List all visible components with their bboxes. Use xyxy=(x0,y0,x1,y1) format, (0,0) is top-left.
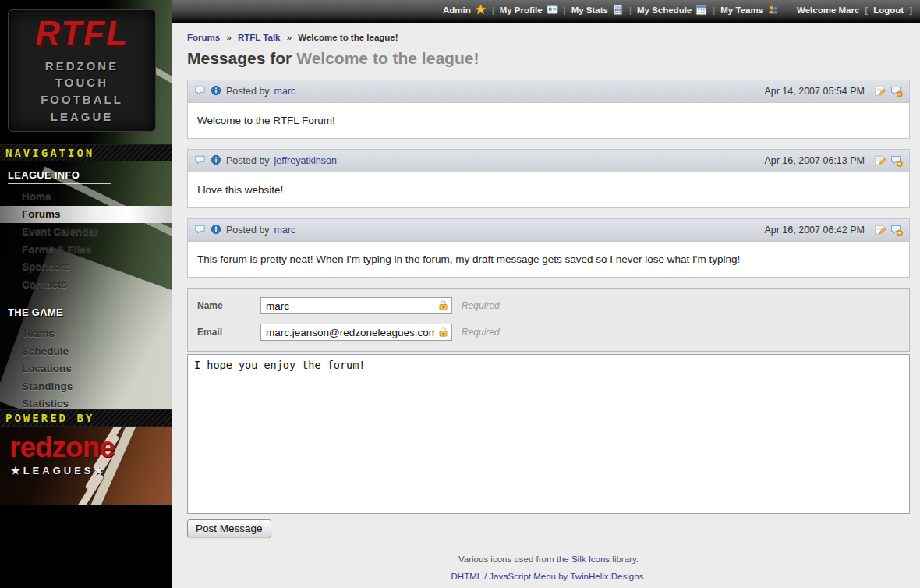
twinhelix-designs-link[interactable]: TwinHelix Designs. xyxy=(570,572,646,581)
sidebar-item-event-calendar[interactable]: Event Calendar xyxy=(0,223,172,241)
sidebar-item-locations[interactable]: Locations xyxy=(0,360,172,378)
lock-icon xyxy=(437,326,449,341)
powered-by-header: POWERED BY xyxy=(0,409,172,427)
topbar-my-teams-link[interactable]: My Teams xyxy=(720,4,779,16)
redzone-logo-subtitle: ★LEAGUES★ xyxy=(11,465,106,476)
edit-post-icon[interactable] xyxy=(875,85,886,97)
posted-by-label: Posted by xyxy=(226,155,270,166)
text-caret xyxy=(366,360,366,371)
footer-credit-by: by xyxy=(558,572,568,581)
logout-bracket: [ xyxy=(865,5,868,15)
post-header: Posted by jeffreyatkinson Apr 16, 2007 0… xyxy=(188,150,909,172)
breadcrumb-separator: » xyxy=(287,33,292,42)
star-icon xyxy=(475,4,487,16)
topbar-my-profile-label: My Profile xyxy=(500,5,543,15)
required-hint: Required xyxy=(462,300,500,311)
email-field[interactable] xyxy=(260,324,452,341)
navigation-header: NAVIGATION xyxy=(0,144,172,161)
message-textarea[interactable]: I hope you enjoy the forum! xyxy=(187,354,910,514)
page-title-prefix: Messages for xyxy=(187,49,292,67)
delete-comment-icon[interactable] xyxy=(890,85,903,97)
sidebar-item-standings[interactable]: Standings xyxy=(0,378,172,396)
nav-section-the-game: THE GAME xyxy=(8,306,111,321)
rtfl-logo[interactable]: RTFL REDZONE TOUCH FOOTBALL LEAGUE xyxy=(8,9,156,132)
sidebar-item-sponsors[interactable]: Sponsors xyxy=(0,258,172,276)
sidebar-item-contacts[interactable]: Contacts xyxy=(0,276,172,294)
rtfl-logo-line: FOOTBALL xyxy=(41,91,123,108)
info-icon[interactable] xyxy=(211,224,221,237)
name-row: Name Required xyxy=(197,297,900,314)
sidebar-item-forms-files[interactable]: Forms & Files xyxy=(0,241,172,259)
rtfl-logo-title: RTFL xyxy=(35,16,129,51)
posted-by-label: Posted by xyxy=(226,225,270,236)
nav-section-league-info: LEAGUE INFO xyxy=(8,169,111,184)
page-title-topic: Welcome to the league! xyxy=(296,49,479,67)
silk-icons-link[interactable]: Silk Icons xyxy=(571,554,610,564)
name-field[interactable] xyxy=(260,297,452,314)
footer-menu-credit: DHTML / JavaScript Menu by TwinHelix Des… xyxy=(187,572,910,581)
sidebar-nav: LEAGUE INFO Home Forums Event Calendar F… xyxy=(0,161,172,409)
javascript-menu-link[interactable]: JavaScript Menu xyxy=(489,572,556,581)
topbar-my-schedule-link[interactable]: My Schedule xyxy=(637,4,707,16)
group-icon xyxy=(767,4,779,16)
topbar-my-schedule-label: My Schedule xyxy=(637,5,692,15)
topbar-my-stats-label: My Stats xyxy=(571,5,608,15)
required-hint: Required xyxy=(462,327,500,338)
topbar-admin-label: Admin xyxy=(443,5,471,15)
sidebar-item-statistics[interactable]: Statistics xyxy=(0,395,172,409)
sidebar-item-teams[interactable]: Teams xyxy=(0,325,172,343)
post-date: Apr 16, 2007 06:42 PM xyxy=(764,225,865,236)
rtfl-logo-line: TOUCH xyxy=(55,74,108,91)
redzone-logo-title: redzone xyxy=(9,433,115,462)
forum-post: Posted by marc Apr 14, 2007 05:54 PM Wel… xyxy=(187,80,910,139)
post-body: This forum is pretty neat! When I'm typi… xyxy=(188,242,909,277)
posted-by-label: Posted by xyxy=(226,86,270,97)
topbar-separator: | xyxy=(492,5,494,15)
breadcrumb: Forums » RTFL Talk » Welcome to the leag… xyxy=(187,33,910,42)
rtfl-logo-line: REDZONE xyxy=(45,58,119,75)
breadcrumb-forums-link[interactable]: Forums xyxy=(187,33,220,42)
delete-comment-icon[interactable] xyxy=(890,224,903,236)
sidebar-top-field-photo: RTFL REDZONE TOUCH FOOTBALL LEAGUE xyxy=(0,0,172,144)
info-icon[interactable] xyxy=(211,85,221,98)
post-author-link[interactable]: jeffreyatkinson xyxy=(274,155,337,166)
vcard-icon xyxy=(547,4,558,16)
topbar-separator: | xyxy=(629,5,632,15)
sidebar-item-forums[interactable]: Forums xyxy=(0,206,172,224)
comment-bubble-icon xyxy=(194,154,206,168)
email-row: Email Required xyxy=(197,324,900,341)
topbar-separator: | xyxy=(713,5,715,15)
topbar: Admin | My Profile | My Stats | My Sched… xyxy=(172,0,920,23)
edit-post-icon[interactable] xyxy=(875,154,886,167)
dhtml-link[interactable]: DHTML xyxy=(451,572,482,581)
post-author-link[interactable]: marc xyxy=(274,86,296,97)
lock-icon xyxy=(437,299,449,314)
edit-post-icon[interactable] xyxy=(875,224,886,236)
logout-button[interactable]: Logout xyxy=(873,5,904,15)
topbar-admin-link[interactable]: Admin xyxy=(443,4,487,16)
breadcrumb-current: Welcome to the league! xyxy=(298,33,398,42)
message-draft-text: I hope you enjoy the forum! xyxy=(194,359,365,371)
post-author-link[interactable]: marc xyxy=(274,225,296,236)
sidebar-filler xyxy=(0,505,172,588)
app-window: RTFL REDZONE TOUCH FOOTBALL LEAGUE NAVIG… xyxy=(0,0,920,588)
rtfl-logo-line: LEAGUE xyxy=(51,108,114,126)
topbar-my-profile-link[interactable]: My Profile xyxy=(500,4,558,16)
info-icon[interactable] xyxy=(211,154,221,168)
footer-icons-prefix: Various icons used from the xyxy=(458,554,569,564)
post-body: Welcome to the RTFL Forum! xyxy=(188,103,909,138)
sidebar-item-home[interactable]: Home xyxy=(0,188,172,206)
footer-icons-suffix: library. xyxy=(612,554,639,564)
email-label: Email xyxy=(197,327,260,338)
delete-comment-icon[interactable] xyxy=(890,154,903,167)
sidebar-item-schedule[interactable]: Schedule xyxy=(0,343,172,361)
page-title: Messages forWelcome to the league! xyxy=(187,49,910,68)
redzone-leagues-logo[interactable]: redzone ★LEAGUES★ xyxy=(0,427,172,505)
topbar-my-stats-link[interactable]: My Stats xyxy=(571,4,624,16)
post-message-button[interactable]: Post Message xyxy=(187,519,271,537)
post-date: Apr 16, 2007 06:13 PM xyxy=(764,155,865,166)
breadcrumb-rtfl-talk-link[interactable]: RTFL Talk xyxy=(238,33,281,42)
name-label: Name xyxy=(197,300,260,311)
post-header: Posted by marc Apr 16, 2007 06:42 PM xyxy=(188,219,909,242)
comment-bubble-icon xyxy=(194,223,206,237)
